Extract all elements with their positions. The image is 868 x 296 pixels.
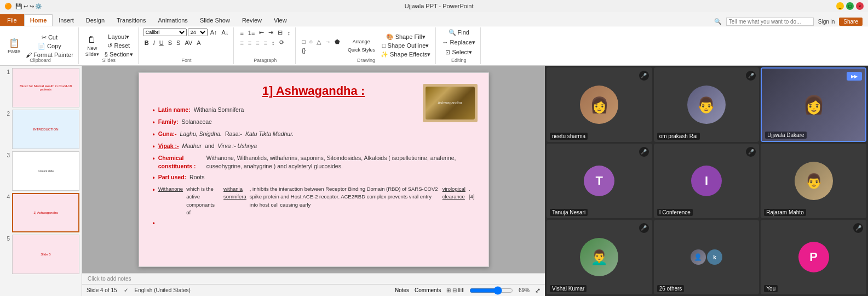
mute-icon-vishal: 🎤 xyxy=(639,223,649,233)
tell-me-input[interactable] xyxy=(726,18,814,26)
shape3[interactable]: △ xyxy=(315,38,323,46)
sign-in-button[interactable]: Sign in xyxy=(818,19,835,25)
slide-image-inner: Ashwagandha xyxy=(426,87,475,119)
bold-button[interactable]: B xyxy=(143,39,151,47)
maximize-button[interactable]: □ xyxy=(846,2,854,10)
avatar-tanuja: T xyxy=(584,166,614,196)
status-bar: Slide 4 of 15 ✓ English (United States) … xyxy=(82,284,545,296)
shape6[interactable]: {} xyxy=(300,47,307,54)
thumb-text-2: INTRODUCTION xyxy=(32,127,60,132)
shadow-button[interactable]: S xyxy=(175,39,182,47)
tab-home[interactable]: Home xyxy=(24,14,53,26)
find-button[interactable]: 🔍 Find xyxy=(447,29,471,37)
copy-button[interactable]: 📄 Copy xyxy=(24,42,75,50)
thumb-slide-1[interactable]: Music for Mental Health in Covid-19 pati… xyxy=(12,68,79,107)
thumb-slide-2[interactable]: INTRODUCTION xyxy=(12,110,79,149)
share-button[interactable]: Share xyxy=(839,18,863,26)
zoom-slider[interactable] xyxy=(469,286,513,295)
notes-placeholder[interactable]: Click to add notes xyxy=(88,276,131,282)
columns-button[interactable]: ⊟ xyxy=(276,29,284,37)
quick-styles-button[interactable]: Quick Styles xyxy=(346,46,377,54)
avatar-vishal: 👨‍🦱 xyxy=(580,238,618,276)
char-spacing-button[interactable]: AV xyxy=(183,39,194,47)
shape4[interactable]: → xyxy=(323,38,332,46)
slide-canvas[interactable]: Ashwagandha 1] Ashwagandha : Latin name:… xyxy=(139,72,489,267)
shape-outline-button[interactable]: □ Shape Outline▾ xyxy=(379,42,432,50)
paragraph-label: Paragraph xyxy=(235,58,295,63)
tab-insert[interactable]: Insert xyxy=(53,14,80,26)
replace-button[interactable]: ↔ Replace▾ xyxy=(441,38,477,47)
minimize-button[interactable]: _ xyxy=(836,2,844,10)
notes-button[interactable]: Notes xyxy=(395,287,409,293)
slide-workspace: 1 Music for Mental Health in Covid-19 pa… xyxy=(0,66,545,296)
line-spacing-button[interactable]: ↕ xyxy=(270,38,277,47)
thumb-slide-5[interactable]: Slide 5 xyxy=(12,235,79,274)
thumbnail-4[interactable]: 4 1] Ashwagandha xyxy=(2,193,79,232)
shape-fill-button[interactable]: 🎨 Shape Fill▾ xyxy=(379,33,432,41)
decrease-indent-button[interactable]: ⇤ xyxy=(257,29,266,37)
increase-font-button[interactable]: A↑ xyxy=(209,29,219,36)
shape2[interactable]: ○ xyxy=(308,38,315,46)
thumb-num-5: 5 xyxy=(2,235,10,242)
convert-smartart-button[interactable]: ⟳ xyxy=(278,38,286,47)
arrange-button[interactable]: Arrange xyxy=(346,38,377,45)
shape1[interactable]: □ xyxy=(300,38,307,46)
tab-design[interactable]: Design xyxy=(80,14,111,26)
thumbnail-2[interactable]: 2 INTRODUCTION xyxy=(2,110,79,149)
paste-button[interactable]: 📋Paste xyxy=(5,37,22,55)
video-tile-vishal: 👨‍🦱 🎤 Vishal Kumar xyxy=(547,220,652,294)
shape5[interactable]: ⬟ xyxy=(333,38,342,46)
view-icons: ⊞ ⊟ 🎞 xyxy=(446,287,464,293)
strikethrough-button[interactable]: S xyxy=(166,39,174,47)
slide-main-area: Ashwagandha 1] Ashwagandha : Latin name:… xyxy=(82,66,545,296)
ribbon-body: 📋Paste ✂ Cut 📄 Copy 🖌 Format Painter Cli… xyxy=(0,26,868,66)
editing-label: Editing xyxy=(437,58,480,63)
zoom-level: 69% xyxy=(519,287,530,293)
tab-view[interactable]: View xyxy=(268,14,293,26)
increase-indent-button[interactable]: ⇥ xyxy=(267,29,275,37)
cut-button[interactable]: ✂ Cut xyxy=(24,33,75,42)
font-color-button[interactable]: A xyxy=(195,39,202,47)
align-left-button[interactable]: ≡ xyxy=(238,38,245,47)
select-button[interactable]: ⊡ Select▾ xyxy=(444,48,474,56)
font-family-select[interactable]: Calibri xyxy=(143,29,187,36)
main-area: 1 Music for Mental Health in Covid-19 pa… xyxy=(0,66,868,296)
thumb-slide-3[interactable]: Content slide xyxy=(12,151,79,191)
decrease-font-button[interactable]: A↓ xyxy=(220,29,231,36)
fit-to-window-button[interactable]: ⤢ xyxy=(535,287,541,294)
search-icon: 🔍 xyxy=(714,18,722,25)
thumb-num-1: 1 xyxy=(2,68,10,75)
name-ujjwala: Ujjwala Dakare xyxy=(765,132,806,139)
numbering-button[interactable]: 1≡ xyxy=(246,29,257,37)
comments-button[interactable]: Comments xyxy=(415,287,441,293)
tab-transitions[interactable]: Transitions xyxy=(111,14,152,26)
tab-animations[interactable]: Animations xyxy=(152,14,193,26)
reset-button[interactable]: ↺ Reset xyxy=(103,42,135,50)
bullets-button[interactable]: ≡ xyxy=(238,29,245,37)
thumbnail-1[interactable]: 1 Music for Mental Health in Covid-19 pa… xyxy=(2,68,79,107)
video-tile-om: 👨 🎤 om prakash Rai xyxy=(654,67,760,142)
close-button[interactable]: × xyxy=(856,2,864,10)
tab-slideshow[interactable]: Slide Show xyxy=(194,14,236,26)
font-size-select[interactable]: 24 xyxy=(188,29,208,36)
tab-review[interactable]: Review xyxy=(236,14,268,26)
new-slide-button[interactable]: 🗒NewSlide▾ xyxy=(83,34,101,58)
thumbnail-5[interactable]: 5 Slide 5 xyxy=(2,235,79,274)
mute-icon-om: 🎤 xyxy=(746,71,756,81)
thumb-slide-4[interactable]: 1] Ashwagandha xyxy=(12,193,79,232)
text-dir-button[interactable]: ↕ xyxy=(285,29,292,37)
slide-herb-image: Ashwagandha xyxy=(423,84,478,122)
name-26others: 26 others xyxy=(657,285,685,292)
italic-button[interactable]: I xyxy=(152,39,157,47)
mute-icon-tanuja: 🎤 xyxy=(639,147,649,157)
thumbnail-3[interactable]: 3 Content slide xyxy=(2,151,79,191)
underline-button[interactable]: U xyxy=(158,39,165,47)
layout-button[interactable]: Layout▾ xyxy=(103,33,135,41)
align-center-button[interactable]: ≡ xyxy=(246,38,253,47)
justify-button[interactable]: ≡ xyxy=(262,38,269,47)
align-right-button[interactable]: ≡ xyxy=(254,38,261,47)
status-right: Notes Comments ⊞ ⊟ 🎞 69% ⤢ xyxy=(395,286,541,295)
tab-file[interactable]: File xyxy=(0,14,24,26)
window-title: Ujjwala PPT - PowerPoint xyxy=(42,3,836,9)
mute-icon-neetu: 🎤 xyxy=(639,71,649,81)
